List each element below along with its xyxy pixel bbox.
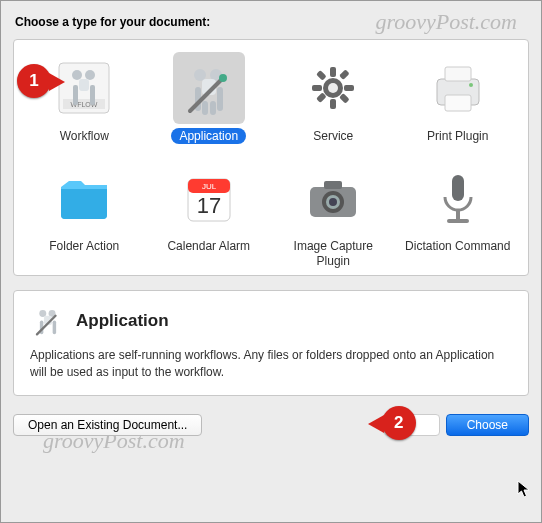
svg-rect-13 [202, 101, 208, 115]
description-panel: Application Applications are self-runnin… [13, 290, 529, 396]
automator-template-chooser: groovyPost.com Choose a type for your do… [0, 0, 542, 523]
type-dictation-command[interactable]: Dictation Command [396, 162, 521, 269]
calendar-icon: JUL 17 [173, 162, 245, 234]
svg-rect-20 [330, 99, 336, 109]
svg-rect-28 [445, 67, 471, 81]
cursor-icon [517, 480, 531, 498]
svg-rect-19 [330, 67, 336, 77]
type-folder-action[interactable]: Folder Action [22, 162, 147, 269]
type-label: Folder Action [41, 238, 127, 254]
svg-rect-21 [312, 85, 322, 91]
type-calendar-alarm[interactable]: JUL 17 Calendar Alarm [147, 162, 272, 269]
svg-rect-5 [79, 79, 89, 91]
svg-rect-42 [447, 219, 469, 223]
svg-point-18 [328, 83, 338, 93]
type-print-plugin[interactable]: Print Plugin [396, 52, 521, 144]
svg-rect-6 [73, 85, 78, 105]
svg-text:JUL: JUL [202, 182, 217, 191]
type-label: Image Capture Plugin [271, 238, 396, 269]
svg-point-8 [194, 69, 206, 81]
printer-icon [422, 52, 494, 124]
svg-rect-36 [324, 181, 342, 189]
type-image-capture-plugin[interactable]: Image Capture Plugin [271, 162, 396, 269]
svg-rect-24 [339, 93, 350, 104]
svg-point-3 [72, 70, 82, 80]
svg-rect-22 [344, 85, 354, 91]
heading: Choose a type for your document: [15, 15, 529, 29]
svg-point-4 [85, 70, 95, 80]
svg-point-30 [469, 83, 473, 87]
type-label: Service [305, 128, 361, 144]
camera-icon [297, 162, 369, 234]
svg-rect-40 [452, 175, 464, 201]
service-icon [297, 52, 369, 124]
type-label: Print Plugin [419, 128, 496, 144]
svg-rect-29 [445, 95, 471, 111]
svg-rect-41 [456, 210, 460, 220]
description-text: Applications are self-running workflows.… [30, 347, 512, 381]
type-grid: WFLOW Workflow 1 [22, 52, 520, 269]
application-icon-small [30, 303, 66, 339]
type-service[interactable]: Service [271, 52, 396, 144]
folder-icon [48, 162, 120, 234]
svg-text:17: 17 [197, 193, 221, 218]
type-grid-panel: WFLOW Workflow 1 [13, 39, 529, 276]
choose-button[interactable]: Choose [446, 414, 529, 436]
callout-1: 1 [17, 64, 51, 98]
microphone-icon [422, 162, 494, 234]
type-label: Calendar Alarm [159, 238, 258, 254]
svg-rect-7 [90, 85, 95, 105]
workflow-icon: WFLOW [48, 52, 120, 124]
application-icon [173, 52, 245, 124]
svg-rect-25 [339, 69, 350, 80]
button-row: Open an Existing Document... 2 Choose [13, 414, 529, 436]
svg-rect-12 [217, 87, 223, 111]
svg-rect-14 [210, 101, 216, 115]
open-existing-button[interactable]: Open an Existing Document... [13, 414, 202, 436]
type-label: Dictation Command [397, 238, 518, 254]
svg-point-43 [39, 310, 46, 317]
type-workflow[interactable]: WFLOW Workflow 1 [22, 52, 147, 144]
svg-point-16 [219, 74, 227, 82]
svg-rect-47 [53, 321, 56, 335]
type-label: Application [171, 128, 246, 144]
type-label: Workflow [52, 128, 117, 144]
svg-rect-23 [316, 70, 327, 81]
description-title: Application [76, 311, 169, 331]
type-application[interactable]: Application [147, 52, 272, 144]
svg-point-39 [329, 198, 337, 206]
close-button[interactable] [384, 414, 440, 436]
